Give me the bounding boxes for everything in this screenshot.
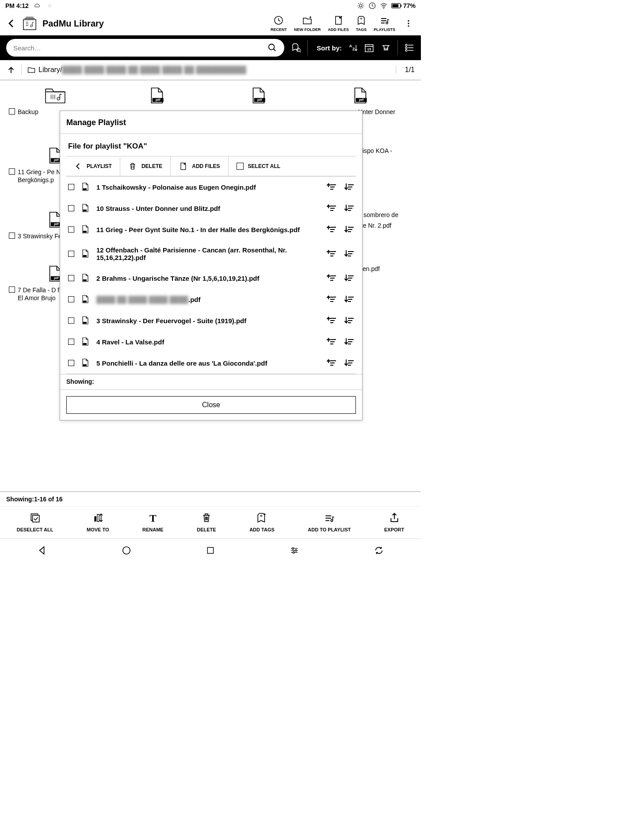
svg-point-14 (361, 18, 362, 19)
move-to-button[interactable]: MOVE TO (87, 512, 109, 532)
pdf-file-icon (81, 225, 89, 234)
playlist-row[interactable]: 10 Strauss - Unter Donner und Blitz.pdf (66, 198, 356, 219)
back-button[interactable] (6, 18, 17, 29)
search-box[interactable] (6, 39, 284, 57)
move-down-button[interactable] (344, 359, 354, 367)
row-checkbox[interactable] (68, 226, 74, 233)
add-tags-button[interactable]: ADD TAGS (249, 512, 275, 532)
nav-back-button[interactable] (37, 546, 47, 555)
more-button[interactable] (402, 19, 415, 28)
nav-refresh-button[interactable] (374, 546, 384, 555)
row-checkbox[interactable] (68, 317, 74, 324)
app-title: PadMu Library (42, 19, 104, 29)
playlist-row[interactable]: 1 Tschaikowsky - Polonaise aus Eugen One… (66, 176, 356, 198)
sort-alpha-icon[interactable]: AZ (348, 43, 358, 53)
toolbar: Sort by: AZ 15 KB (0, 35, 421, 60)
move-up-button[interactable] (327, 338, 336, 346)
system-nav-bar (0, 538, 421, 561)
move-up-button[interactable] (327, 295, 336, 303)
search-input[interactable] (13, 44, 267, 52)
playlist-row[interactable]: ████ ██ ████ ████ ████.pdf (66, 289, 356, 310)
row-filename: 11 Grieg - Peer Gynt Suite No.1 - In der… (96, 226, 320, 233)
move-up-button[interactable] (327, 204, 336, 212)
add-to-playlist-button[interactable]: ADD TO PLAYLIST (308, 512, 351, 532)
status-time: PM 4:12 (5, 2, 29, 9)
nav-home-button[interactable] (122, 546, 131, 555)
move-down-button[interactable] (344, 225, 354, 233)
sort-size-icon[interactable]: KB (381, 42, 391, 53)
svg-point-28 (405, 50, 407, 51)
playlist-row[interactable]: 4 Ravel - La Valse.pdf (66, 331, 356, 352)
row-filename: 1 Tschaikowsky - Polonaise aus Eugen One… (96, 183, 320, 191)
pdf-file-icon (81, 249, 89, 258)
showing-count: Showing:1-16 of 16 (0, 492, 421, 507)
row-checkbox[interactable] (68, 205, 74, 211)
new-folder-button[interactable]: NEW FOLDER (294, 15, 321, 32)
export-button[interactable]: EXPORT (384, 512, 404, 532)
svg-text:15: 15 (367, 47, 371, 51)
move-up-button[interactable] (327, 359, 336, 367)
delete-button[interactable]: DELETE (197, 512, 216, 532)
pdf-file-icon (81, 359, 89, 367)
add-files-button[interactable]: ADD FILES (328, 15, 349, 32)
playlist-row[interactable]: 12 Offenbach - Gaîté Parisienne - Cancan… (66, 240, 356, 267)
move-down-button[interactable] (344, 317, 354, 325)
move-up-button[interactable] (327, 274, 336, 282)
row-checkbox[interactable] (68, 275, 74, 281)
move-up-button[interactable] (327, 317, 336, 325)
move-up-button[interactable] (327, 250, 336, 258)
battery-indicator: 77% (391, 2, 416, 9)
rename-button[interactable]: T RENAME (142, 512, 164, 532)
move-down-button[interactable] (344, 274, 354, 282)
playlist-row[interactable]: 2 Brahms - Ungarische Tänze (Nr 1,5,6,10… (66, 267, 356, 289)
clock-icon (368, 2, 376, 10)
brightness-icon (357, 2, 365, 10)
svg-text:KB: KB (384, 47, 388, 50)
up-folder-button[interactable] (6, 65, 16, 75)
app-header: PadMu Library RECENT NEW FOLDER ADD FILE… (0, 11, 421, 35)
row-checkbox[interactable] (68, 251, 74, 257)
playlist-row[interactable]: 5 Ponchielli - La danza delle ore aus 'L… (66, 352, 356, 374)
svg-rect-9 (401, 4, 401, 7)
pdf-file-icon (81, 274, 89, 283)
move-down-button[interactable] (344, 295, 354, 303)
pdf-file-icon (81, 183, 89, 191)
wifi-icon (380, 2, 388, 10)
row-filename: 10 Strauss - Unter Donner und Blitz.pdf (96, 205, 320, 212)
row-filename: 2 Brahms - Ungarische Tänze (Nr 1,5,6,10… (96, 275, 320, 282)
move-down-button[interactable] (344, 338, 354, 346)
select-all-button[interactable]: SELECT ALL (229, 157, 289, 175)
playlist-row[interactable]: 11 Grieg - Peer Gynt Suite No.1 - In der… (66, 219, 356, 240)
nav-settings-button[interactable] (290, 546, 299, 555)
svg-point-5 (359, 4, 362, 7)
tags-button[interactable]: TAGS (356, 15, 367, 32)
deselect-all-button[interactable]: DESELECT ALL (17, 512, 53, 532)
playlist-row[interactable]: 3 Strawinsky - Der Feuervogel - Suite (1… (66, 310, 356, 331)
row-checkbox[interactable] (68, 184, 74, 190)
delete-button[interactable]: DELETE (120, 157, 171, 176)
breadcrumb-text[interactable]: Library/████ ████ ████ ██ ████ ████ ██ █… (38, 66, 246, 74)
nav-recent-button[interactable] (206, 546, 215, 555)
svg-point-18 (408, 25, 409, 27)
move-up-button[interactable] (327, 183, 336, 191)
row-checkbox[interactable] (68, 360, 74, 366)
search-icon[interactable] (267, 43, 277, 53)
move-down-button[interactable] (344, 183, 354, 191)
move-down-button[interactable] (344, 204, 354, 212)
playlists-button[interactable]: PLAYLISTS (374, 15, 395, 32)
svg-point-40 (293, 551, 294, 553)
sort-date-icon[interactable]: 15 (364, 42, 374, 53)
row-checkbox[interactable] (68, 296, 74, 302)
recent-button[interactable]: RECENT (271, 15, 287, 32)
move-down-button[interactable] (344, 250, 354, 258)
svg-text:A: A (349, 44, 352, 48)
close-button[interactable]: Close (66, 396, 356, 414)
view-options-icon[interactable] (404, 42, 415, 53)
svg-point-39 (295, 550, 297, 551)
playlist-back-button[interactable]: PLAYLIST (66, 157, 120, 176)
add-files-button[interactable]: ADD FILES (171, 157, 228, 176)
tag-filter-icon[interactable] (290, 42, 301, 53)
library-icon (22, 16, 37, 31)
move-up-button[interactable] (327, 225, 336, 233)
row-checkbox[interactable] (68, 339, 74, 345)
